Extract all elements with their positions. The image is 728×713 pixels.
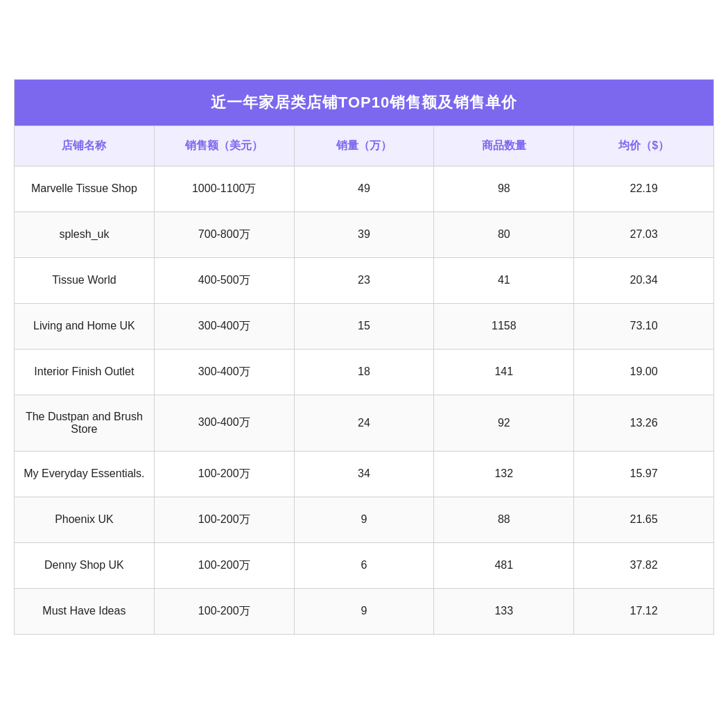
header-count: 商品数量 <box>434 126 574 166</box>
cell-count: 133 <box>434 588 574 634</box>
table-row: Marvelle Tissue Shop1000-1100万499822.19 <box>15 166 714 212</box>
cell-count: 80 <box>434 212 574 257</box>
header-row: 店铺名称 销售额（美元） 销量（万） 商品数量 均价（$） <box>15 126 714 166</box>
cell-store-name: The Dustpan and Brush Store <box>15 395 155 451</box>
cell-count: 132 <box>434 451 574 497</box>
cell-volume: 49 <box>294 166 434 212</box>
cell-price: 17.12 <box>574 588 714 634</box>
cell-price: 22.19 <box>574 166 714 212</box>
cell-price: 19.00 <box>574 349 714 395</box>
table-row: splesh_uk700-800万398027.03 <box>15 212 714 257</box>
cell-count: 1158 <box>434 303 574 349</box>
header-price: 均价（$） <box>574 126 714 166</box>
cell-count: 98 <box>434 166 574 212</box>
table-row: Must Have Ideas100-200万913317.12 <box>15 588 714 634</box>
table-row: Living and Home UK300-400万15115873.10 <box>15 303 714 349</box>
cell-sales: 300-400万 <box>154 395 294 451</box>
cell-volume: 39 <box>294 212 434 257</box>
cell-count: 141 <box>434 349 574 395</box>
cell-count: 88 <box>434 497 574 542</box>
table-row: My Everyday Essentials.100-200万3413215.9… <box>15 451 714 497</box>
cell-sales: 300-400万 <box>154 303 294 349</box>
cell-volume: 15 <box>294 303 434 349</box>
table-row: Phoenix UK100-200万98821.65 <box>15 497 714 542</box>
cell-store-name: Phoenix UK <box>15 497 155 542</box>
table-row: Tissue World400-500万234120.34 <box>15 257 714 303</box>
cell-price: 15.97 <box>574 451 714 497</box>
table-container: 近一年家居类店铺TOP10销售额及销售单价 店铺名称 销售额（美元） 销量（万）… <box>0 65 728 648</box>
cell-sales: 1000-1100万 <box>154 166 294 212</box>
cell-sales: 100-200万 <box>154 588 294 634</box>
cell-sales: 700-800万 <box>154 212 294 257</box>
header-sales: 销售额（美元） <box>154 126 294 166</box>
cell-volume: 9 <box>294 588 434 634</box>
cell-store-name: Denny Shop UK <box>15 542 155 588</box>
cell-store-name: Marvelle Tissue Shop <box>15 166 155 212</box>
cell-sales: 300-400万 <box>154 349 294 395</box>
cell-price: 13.26 <box>574 395 714 451</box>
cell-volume: 18 <box>294 349 434 395</box>
table-title: 近一年家居类店铺TOP10销售额及销售单价 <box>15 79 714 126</box>
cell-count: 41 <box>434 257 574 303</box>
cell-volume: 9 <box>294 497 434 542</box>
table-body: Marvelle Tissue Shop1000-1100万499822.19s… <box>15 166 714 634</box>
cell-sales: 100-200万 <box>154 542 294 588</box>
cell-store-name: Living and Home UK <box>15 303 155 349</box>
cell-price: 37.82 <box>574 542 714 588</box>
cell-volume: 34 <box>294 451 434 497</box>
cell-store-name: Must Have Ideas <box>15 588 155 634</box>
cell-price: 20.34 <box>574 257 714 303</box>
cell-sales: 400-500万 <box>154 257 294 303</box>
table-row: Interior Finish Outlet300-400万1814119.00 <box>15 349 714 395</box>
cell-store-name: My Everyday Essentials. <box>15 451 155 497</box>
cell-price: 27.03 <box>574 212 714 257</box>
cell-count: 92 <box>434 395 574 451</box>
title-row: 近一年家居类店铺TOP10销售额及销售单价 <box>15 79 714 126</box>
cell-store-name: splesh_uk <box>15 212 155 257</box>
cell-store-name: Tissue World <box>15 257 155 303</box>
header-volume: 销量（万） <box>294 126 434 166</box>
table-row: The Dustpan and Brush Store300-400万24921… <box>15 395 714 451</box>
cell-volume: 6 <box>294 542 434 588</box>
table-row: Denny Shop UK100-200万648137.82 <box>15 542 714 588</box>
cell-sales: 100-200万 <box>154 451 294 497</box>
data-table: 近一年家居类店铺TOP10销售额及销售单价 店铺名称 销售额（美元） 销量（万）… <box>14 79 714 635</box>
cell-count: 481 <box>434 542 574 588</box>
header-name: 店铺名称 <box>15 126 155 166</box>
cell-price: 21.65 <box>574 497 714 542</box>
cell-price: 73.10 <box>574 303 714 349</box>
cell-volume: 24 <box>294 395 434 451</box>
cell-sales: 100-200万 <box>154 497 294 542</box>
cell-volume: 23 <box>294 257 434 303</box>
cell-store-name: Interior Finish Outlet <box>15 349 155 395</box>
